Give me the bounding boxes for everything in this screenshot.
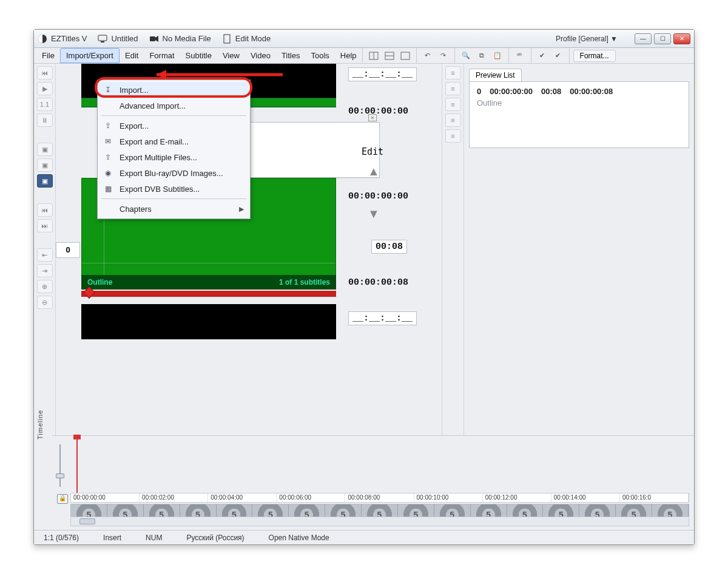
statusbar: 1:1 (0/576) Insert NUM Русский (Россия) …: [34, 530, 694, 544]
zoom-icon[interactable]: 🔍: [459, 49, 473, 63]
menu-tools[interactable]: Tools: [305, 48, 334, 63]
menu-format[interactable]: Format: [144, 48, 180, 63]
timeline-cursor-bar[interactable]: [81, 291, 336, 297]
preview-list[interactable]: 0 00:00:00:00 00:08 00:00:00:08 Outline: [469, 81, 689, 148]
timeline-playhead[interactable]: [76, 436, 78, 497]
rail-pause-icon[interactable]: ⏸: [37, 114, 53, 127]
tick: 00:00:10:00: [414, 493, 483, 502]
tick: 00:00:16:0: [620, 493, 689, 502]
rail-next-icon[interactable]: ⏭: [37, 219, 53, 232]
status-position: 1:1 (0/576): [40, 534, 83, 542]
tc-field-blank-bottom[interactable]: __:__:__:__: [348, 311, 417, 325]
monitor-icon: [98, 34, 107, 44]
rail-speed-icon[interactable]: 1.1: [37, 98, 53, 111]
rail-a-icon[interactable]: ▣: [37, 143, 53, 156]
minimize-button[interactable]: —: [635, 33, 652, 44]
subtitle-count: 1 of 1 subtitles: [279, 278, 330, 286]
check-icon[interactable]: ✔: [535, 49, 550, 63]
rail-prev-icon[interactable]: ⏮: [37, 203, 53, 217]
check2-icon[interactable]: ✔: [551, 49, 565, 63]
tc-frames[interactable]: 00:08: [371, 240, 407, 254]
tool-layout2-icon[interactable]: [382, 49, 397, 63]
preview-num: 0: [477, 87, 481, 96]
rrail-d-icon[interactable]: ≡: [445, 114, 461, 127]
subtitle-index[interactable]: 0: [56, 242, 80, 258]
tc-out: 00:00:00:08: [348, 277, 408, 288]
copy-icon[interactable]: ⧉: [474, 49, 489, 63]
menu-video[interactable]: Video: [245, 48, 276, 63]
rail-out-icon[interactable]: ⇥: [37, 264, 53, 277]
app-name: EZTitles V: [51, 34, 87, 43]
svg-rect-1: [98, 35, 107, 41]
profile-selector[interactable]: Profile [General] ▼: [556, 35, 618, 43]
timeline-ruler[interactable]: 00:00:00:00 00:00:02:00 00:00:04:00 00:0…: [70, 493, 689, 503]
close-button[interactable]: ✕: [673, 33, 690, 44]
redo-icon[interactable]: ↷: [436, 49, 451, 63]
status-language: Русский (Россия): [183, 534, 248, 542]
menu-export-multiple[interactable]: ⇪Export Multiple Files...: [98, 149, 250, 165]
tick: 00:00:02:00: [140, 493, 208, 502]
status-insert: Insert: [99, 534, 125, 542]
rrail-c-icon[interactable]: ≡: [445, 98, 461, 111]
preview-in: 00:00:00:00: [490, 87, 533, 96]
rail-add-icon[interactable]: ⊕: [37, 280, 53, 293]
outline-label: Outline: [87, 278, 112, 286]
tick: 00:00:14:00: [551, 493, 620, 502]
timeline-scrollbar[interactable]: [70, 517, 689, 526]
blank-icon: [103, 100, 113, 111]
export-icon: ⇪: [103, 120, 113, 131]
menu-export-bluray[interactable]: ◉Export Blu-ray/DVD Images...: [98, 165, 250, 181]
menu-import[interactable]: ↧Import...: [98, 82, 250, 98]
media-label: No Media File: [163, 34, 211, 43]
spellcheck-icon[interactable]: ᵃᵇ: [513, 49, 527, 63]
maximize-button[interactable]: ☐: [654, 33, 671, 44]
menu-export[interactable]: ⇪Export...: [98, 118, 250, 134]
rail-in-icon[interactable]: ⇤: [37, 248, 53, 262]
arrow-up-icon[interactable]: ▲: [368, 164, 380, 178]
menu-file[interactable]: File: [36, 48, 60, 63]
rail-play-icon[interactable]: ▶: [37, 82, 53, 95]
import-icon: ↧: [103, 84, 113, 95]
mode-label: Edit Mode: [235, 34, 271, 43]
chevron-right-icon: ▶: [239, 205, 244, 213]
tc-field-blank-top[interactable]: __:__:__:__: [348, 67, 417, 81]
menu-subtitle[interactable]: Subtitle: [180, 48, 217, 63]
subtitle-footer: Outline 1 of 1 subtitles: [81, 275, 336, 290]
format-button[interactable]: Format...: [573, 50, 616, 62]
menu-export-dvb[interactable]: ▦Export DVB Subtitles...: [98, 181, 250, 197]
menu-advanced-import[interactable]: Advanced Import...: [98, 98, 250, 114]
preview-dur: 00:08: [541, 87, 561, 96]
svg-rect-4: [224, 35, 230, 43]
timeline-zoom-slider[interactable]: [56, 444, 64, 487]
rail-c-icon[interactable]: ▣: [37, 174, 53, 188]
preview-subtitle-text: Outline: [477, 98, 681, 107]
menu-import-export[interactable]: Import/Export: [60, 48, 120, 63]
undo-icon[interactable]: ↶: [420, 49, 435, 63]
menu-chapters[interactable]: Chapters▶: [98, 201, 250, 217]
timeline-lock-icon[interactable]: 🔒: [57, 494, 68, 504]
menu-titles[interactable]: Titles: [276, 48, 306, 63]
camera-icon: [149, 34, 159, 44]
rail-b-icon[interactable]: ▣: [37, 158, 53, 172]
menu-view[interactable]: View: [217, 48, 245, 63]
status-numlock: NUM: [142, 534, 166, 542]
paste-icon[interactable]: 📋: [490, 49, 505, 63]
preview-tab[interactable]: Preview List: [469, 69, 522, 81]
rail-del-icon[interactable]: ⊖: [37, 296, 53, 309]
disc-icon: ◉: [103, 168, 113, 178]
rrail-b-icon[interactable]: ≡: [445, 82, 461, 95]
preview-out: 00:00:00:08: [570, 87, 613, 96]
files-icon: ⇪: [103, 152, 113, 163]
menu-export-email[interactable]: ✉Export and E-mail...: [98, 134, 250, 149]
tool-layout3-icon[interactable]: [398, 49, 413, 63]
rrail-a-icon[interactable]: ≡: [445, 66, 461, 80]
arrow-down-icon[interactable]: ▼: [368, 207, 380, 221]
tool-layout1-icon[interactable]: [366, 49, 381, 63]
rrail-e-icon[interactable]: ≡: [445, 129, 461, 143]
menu-help[interactable]: Help: [335, 48, 362, 63]
tick: 00:00:04:00: [208, 493, 277, 502]
rail-rewind-icon[interactable]: ⏮: [37, 66, 53, 80]
timeline-panel: Timeline 🔒 00:00:00:00 00:00:02:00 00:00…: [52, 435, 694, 514]
menu-edit[interactable]: Edit: [120, 48, 144, 63]
tick: 00:00:00:00: [71, 493, 140, 502]
